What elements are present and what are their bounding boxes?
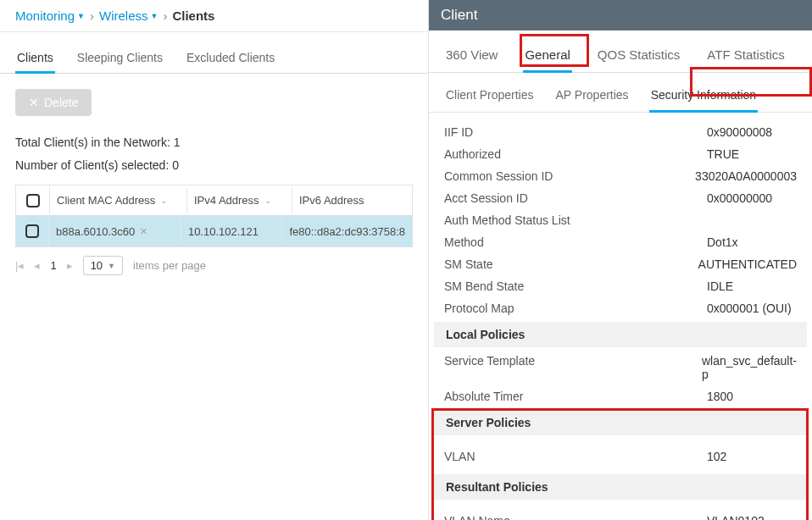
checkbox-icon[interactable] <box>25 224 39 238</box>
checkbox-icon[interactable] <box>26 194 40 207</box>
kv-row: Acct Session ID0x00000000 <box>429 187 812 209</box>
pager-size-select[interactable]: 10 ▼ <box>83 256 123 275</box>
pager-label: items per page <box>133 259 206 272</box>
kv-value <box>707 213 797 227</box>
kv-value: VLAN0102 <box>707 514 797 520</box>
tab-qos[interactable]: QOS Statistics <box>596 42 682 72</box>
header-ipv6[interactable]: IPv6 Address <box>292 187 412 213</box>
breadcrumb-monitoring[interactable]: Monitoring ▼ <box>15 8 85 23</box>
tab-excluded[interactable]: Excluded Clients <box>185 44 276 73</box>
kv-key: Method <box>444 235 707 249</box>
subtab-client-properties[interactable]: Client Properties <box>444 85 536 112</box>
header-checkbox-cell[interactable] <box>16 187 50 214</box>
kv-key: IIF ID <box>444 125 707 139</box>
header-mac[interactable]: Client MAC Address ⌄ <box>50 187 187 213</box>
kv-key: Common Session ID <box>444 169 695 183</box>
total-value: 1 <box>174 136 181 149</box>
delete-button[interactable]: ✕ Delete <box>15 89 92 116</box>
kv-key: Protocol Map <box>444 301 707 315</box>
section-server-policies: Server Policies <box>434 410 807 435</box>
kv-key: Auth Method Status List <box>444 213 707 227</box>
breadcrumb-wireless-label: Wireless <box>99 8 148 23</box>
chevron-down-icon: ⌄ <box>160 196 167 205</box>
kv-key: Acct Session ID <box>444 191 707 205</box>
subtab-security-info[interactable]: Security Information <box>649 85 759 112</box>
subtab-ap-properties[interactable]: AP Properties <box>554 85 631 112</box>
kv-row: MethodDot1x <box>429 231 812 253</box>
pager: |◂ ◂ 1 ▸ 10 ▼ items per page <box>0 247 428 284</box>
kv-value: TRUE <box>707 147 797 161</box>
header-ipv4-label: IPv4 Address <box>194 194 259 207</box>
kv-key: Absolute Timer <box>444 390 707 403</box>
pager-next[interactable]: ▸ <box>67 259 73 272</box>
detail-body: IIF ID0x90000008 AuthorizedTRUE Common S… <box>429 113 812 520</box>
row-mac: b88a.6010.3c60 ✕ <box>49 219 181 245</box>
header-ipv6-label: IPv6 Address <box>299 194 364 207</box>
kv-value: wlan_svc_default-p <box>702 354 797 381</box>
kv-key: VLAN Name <box>444 514 707 520</box>
pager-first[interactable]: |◂ <box>15 259 24 272</box>
kv-key: SM Bend State <box>444 279 707 293</box>
left-panel: Monitoring ▼ › Wireless ▼ › Clients Clie… <box>0 0 428 520</box>
row-checkbox-cell[interactable] <box>16 218 49 245</box>
header-mac-label: Client MAC Address <box>57 194 155 207</box>
kv-row: Auth Method Status List <box>429 209 812 231</box>
kv-row: VLAN102 <box>429 438 812 472</box>
kv-row: IIF ID0x90000008 <box>429 121 812 143</box>
kv-row: SM StateAUTHENTICATED <box>429 253 812 275</box>
detail-subtabs: Client Properties AP Properties Security… <box>429 73 812 113</box>
kv-row: VLAN NameVLAN0102 <box>429 502 812 520</box>
detail-header: Client <box>429 0 812 30</box>
kv-value: 0x000001 (OUI) <box>707 301 797 315</box>
toolbar: ✕ Delete <box>0 74 428 131</box>
kv-row: SM Bend StateIDLE <box>429 275 812 297</box>
row-ipv6: fe80::d8a2:dc93:3758:8 <box>282 219 412 245</box>
pager-size-value: 10 <box>91 259 103 272</box>
pager-page: 1 <box>50 259 56 272</box>
kv-value: AUTHENTICATED <box>698 257 797 271</box>
tab-sleeping[interactable]: Sleeping Clients <box>75 44 164 73</box>
kv-value: 0x00000000 <box>707 191 797 205</box>
selected-label: Number of Client(s) selected: <box>15 158 169 172</box>
kv-row: Service Templatewlan_svc_default-p <box>429 350 812 385</box>
kv-row: Protocol Map0x000001 (OUI) <box>429 297 812 319</box>
row-mac-value: b88a.6010.3c60 <box>56 225 135 238</box>
kv-value: 33020A0A0000003 <box>695 169 797 183</box>
pager-prev[interactable]: ◂ <box>34 259 40 272</box>
selected-value: 0 <box>172 158 179 172</box>
delete-label: Delete <box>44 96 78 109</box>
kv-value: Dot1x <box>707 235 797 249</box>
chevron-down-icon: ▼ <box>108 262 115 270</box>
detail-tabs: 360 View General QOS Statistics ATF Stat… <box>429 30 812 73</box>
wrench-icon[interactable]: ✕ <box>140 226 147 237</box>
header-ipv4[interactable]: IPv4 Address ⌄ <box>187 187 292 213</box>
tab-atf[interactable]: ATF Statistics <box>705 42 786 72</box>
breadcrumb: Monitoring ▼ › Wireless ▼ › Clients <box>0 0 428 32</box>
tab-360view[interactable]: 360 View <box>444 42 499 72</box>
breadcrumb-current: Clients <box>172 8 214 23</box>
table-row[interactable]: b88a.6010.3c60 ✕ 10.10.102.121 fe80::d8a… <box>16 216 412 246</box>
kv-row: Common Session ID33020A0A0000003 <box>429 165 812 187</box>
kv-key: VLAN <box>444 450 707 463</box>
kv-key: SM State <box>444 257 698 271</box>
clients-table: Client MAC Address ⌄ IPv4 Address ⌄ IPv6… <box>15 185 413 247</box>
row-ipv4: 10.10.102.121 <box>181 219 282 245</box>
stats: Total Client(s) in the Network: 1 Number… <box>0 131 428 185</box>
right-panel: Client 360 View General QOS Statistics A… <box>428 0 812 520</box>
kv-row: AuthorizedTRUE <box>429 143 812 165</box>
table-header-row: Client MAC Address ⌄ IPv4 Address ⌄ IPv6… <box>16 185 412 216</box>
tab-general[interactable]: General <box>523 42 571 72</box>
kv-value: IDLE <box>707 279 797 293</box>
breadcrumb-sep: › <box>90 8 94 23</box>
breadcrumb-sep: › <box>163 8 167 23</box>
breadcrumb-monitoring-label: Monitoring <box>15 8 75 23</box>
breadcrumb-wireless[interactable]: Wireless ▼ <box>99 8 158 23</box>
section-local-policies: Local Policies <box>434 322 807 347</box>
kv-row: Absolute Timer1800 <box>429 385 812 407</box>
tab-clients[interactable]: Clients <box>15 44 55 73</box>
close-icon: ✕ <box>29 96 39 109</box>
chevron-down-icon: ▼ <box>150 12 158 20</box>
kv-key: Service Template <box>444 354 702 381</box>
section-resultant-policies: Resultant Policies <box>434 474 807 500</box>
chevron-down-icon: ▼ <box>77 12 85 20</box>
